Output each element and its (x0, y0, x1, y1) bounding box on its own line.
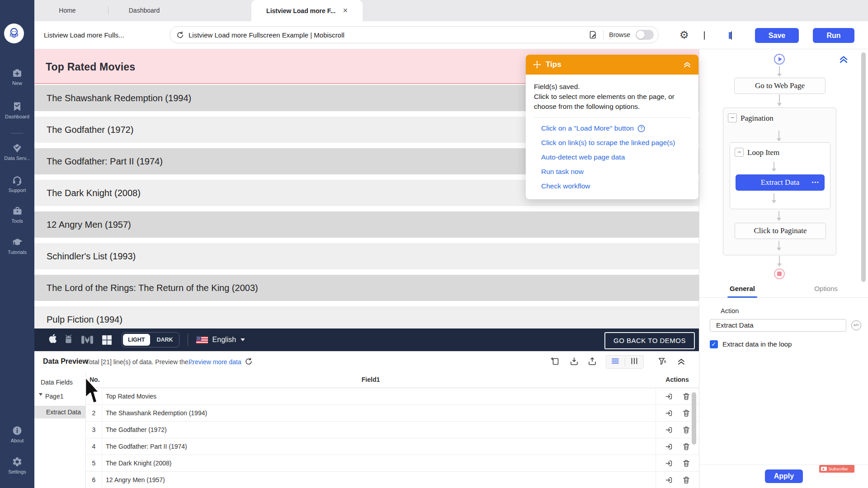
refresh-icon[interactable] (176, 31, 184, 39)
sidebar-item-dashboard[interactable]: Dashboard (0, 101, 34, 119)
chevron-down-icon[interactable] (241, 338, 245, 343)
edit-document-icon[interactable] (589, 30, 598, 39)
sidebar-item-new[interactable]: New (0, 68, 34, 86)
extract-loop-checkbox[interactable]: ✓ (710, 340, 718, 348)
delete-icon[interactable] (683, 460, 690, 467)
tips-link-auto-detect[interactable]: Auto-detect web page data (541, 153, 625, 161)
action-input[interactable]: Extract Data (710, 319, 846, 332)
add-field-icon[interactable] (551, 357, 560, 366)
apply-button[interactable]: Apply (765, 469, 803, 483)
tips-link-click-links[interactable]: Click on link(s) to scrape the linked pa… (541, 139, 675, 147)
collapse-minus-icon[interactable]: − (728, 113, 737, 122)
panel-collapse-icon[interactable] (839, 55, 849, 64)
collapse-chevron-icon[interactable] (683, 61, 691, 68)
mouse-cursor (85, 376, 100, 405)
gear-icon[interactable]: ⚙ (679, 29, 689, 40)
tab-dashboard[interactable]: Dashboard (122, 0, 167, 21)
table-row[interactable]: 5 The Dark Knight (2008) (86, 455, 699, 472)
sidebar-item-about[interactable]: About (0, 425, 34, 443)
url-bar[interactable]: Listview Load more Fullscreen Example | … (170, 26, 659, 43)
workflow-start-icon[interactable] (774, 54, 785, 65)
tips-header[interactable]: Tips (526, 55, 698, 75)
delete-icon[interactable] (683, 443, 690, 450)
browse-toggle[interactable] (636, 30, 654, 40)
preview-more-data-link[interactable]: Preview more data (189, 358, 241, 366)
workflow-group-loop-item[interactable]: − Loop Item Extract Data ••• (730, 142, 830, 209)
workflow-scrollbar[interactable] (861, 52, 866, 282)
sidebar-item-settings[interactable]: Settings (0, 456, 34, 474)
collapse-panel-icon[interactable] (677, 358, 686, 366)
tab-home[interactable]: Home (45, 0, 90, 21)
sidebar-item-tutorials[interactable]: Tutorials (0, 237, 34, 255)
tree-item-extract-data[interactable]: Extract Data (34, 406, 86, 418)
mobiscroll-icon[interactable] (80, 334, 94, 346)
android-icon[interactable] (63, 334, 74, 346)
column-header-field1[interactable]: Field1 (86, 376, 656, 383)
svg-text:?: ? (640, 126, 643, 131)
table-row[interactable]: 1 Top Rated Movies (86, 388, 699, 405)
table-row[interactable]: 6 12 Angry Men (1957) (86, 472, 699, 488)
delete-icon[interactable] (683, 476, 690, 484)
extract-into-icon[interactable] (665, 460, 673, 467)
sidebar-item-tools[interactable]: Tools (0, 206, 34, 224)
list-item[interactable]: Schindler's List (1993) (34, 243, 699, 269)
browser-panel-right-icon[interactable] (731, 31, 732, 40)
tab-options[interactable]: Options (808, 285, 844, 292)
loop-item-label: Loop Item (747, 148, 779, 157)
delete-icon[interactable] (683, 409, 690, 417)
windows-icon[interactable] (101, 334, 113, 346)
import-icon[interactable] (570, 357, 579, 366)
tab-bar: Home Dashboard Listview Load more F... × (34, 0, 868, 21)
tips-link-check-workflow[interactable]: Check workflow (541, 182, 590, 190)
extract-into-icon[interactable] (665, 476, 673, 484)
tree-item-page1[interactable]: Page1 (39, 393, 63, 400)
workflow-step-go-to-web-page[interactable]: Go to Web Page (734, 78, 826, 94)
tips-message: Field(s) saved. (534, 82, 690, 92)
tips-link-load-more[interactable]: Click on a "Load More" button (541, 124, 634, 132)
table-row[interactable]: 3 The Godfather (1972) (86, 422, 699, 438)
column-view-button[interactable] (625, 358, 644, 366)
table-row[interactable]: 4 The Godfather: Part II (1974) (86, 438, 699, 455)
sidebar-item-data-service[interactable]: Data Serv... (0, 143, 34, 161)
theme-dark-button[interactable]: DARK (151, 337, 179, 343)
chevron-down-icon[interactable] (39, 393, 42, 398)
workflow-step-click-to-paginate[interactable]: Click to Paginate (735, 223, 826, 239)
workflow-step-extract-data[interactable]: Extract Data ••• (736, 174, 825, 191)
table-scrollbar[interactable] (692, 392, 696, 445)
collapse-minus-icon[interactable]: − (735, 148, 744, 157)
delete-icon[interactable] (683, 426, 690, 434)
octoparse-logo[interactable] (4, 23, 24, 43)
url-text[interactable]: Listview Load more Fullscreen Example | … (189, 31, 344, 39)
save-button[interactable]: Save (755, 28, 799, 43)
extract-into-icon[interactable] (665, 409, 673, 417)
extract-into-icon[interactable] (665, 443, 673, 450)
tab-active-task[interactable]: Listview Load more F... × (251, 0, 363, 21)
row-view-button[interactable] (606, 358, 625, 366)
run-button[interactable]: Run (813, 28, 854, 43)
close-icon[interactable]: × (343, 6, 348, 15)
briefcase-icon (12, 206, 23, 216)
language-label[interactable]: English (212, 336, 236, 344)
column-header-actions[interactable]: Actions (656, 376, 699, 383)
list-item[interactable]: The Lord of the Rings: The Return of the… (34, 275, 699, 301)
table-row[interactable]: 2 The Shawshank Redemption (1994) (86, 405, 699, 422)
delete-icon[interactable] (683, 393, 690, 400)
browser-panel-top-icon[interactable] (704, 31, 705, 40)
export-icon[interactable] (588, 357, 597, 366)
theme-light-button[interactable]: LIGHT (123, 334, 150, 346)
help-icon[interactable]: ? (637, 125, 645, 132)
go-back-to-demos-button[interactable]: GO BACK TO DEMOS (604, 332, 695, 349)
workflow-group-pagination[interactable]: − Pagination − Loop Item Extract Data ••… (723, 108, 836, 255)
subscribe-button[interactable]: Subscribe (819, 465, 854, 473)
more-options-icon[interactable]: ••• (811, 179, 819, 186)
sidebar-item-support[interactable]: Support (0, 175, 34, 193)
tab-general[interactable]: General (726, 285, 758, 292)
refresh-icon[interactable] (245, 357, 253, 366)
extract-into-icon[interactable] (665, 426, 673, 434)
api-badge-icon[interactable]: API (851, 320, 861, 330)
tips-link-run-task[interactable]: Run task now (541, 168, 584, 176)
apple-icon[interactable] (46, 334, 57, 346)
filter-icon[interactable] (658, 357, 667, 366)
extract-into-icon[interactable] (665, 393, 673, 400)
list-item[interactable]: 12 Angry Men (1957) (34, 211, 699, 238)
